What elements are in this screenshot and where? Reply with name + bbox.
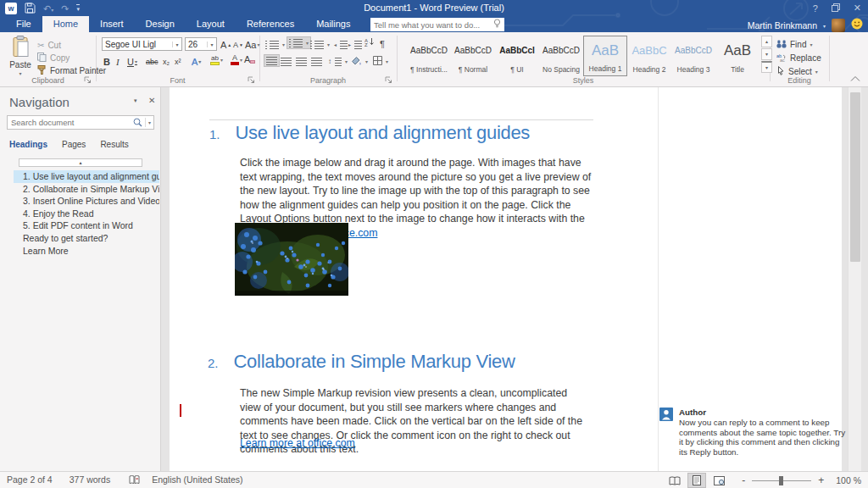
- zoom-out-button[interactable]: -: [742, 474, 745, 486]
- format-painter-button[interactable]: Format Painter: [37, 64, 106, 77]
- account-area[interactable]: Martin Brinkmann ▾: [748, 18, 863, 33]
- search-magnifier-icon[interactable]: [131, 115, 145, 130]
- nav-tab-pages[interactable]: Pages: [62, 140, 86, 149]
- page-indicator[interactable]: Page 2 of 4: [7, 474, 53, 485]
- styles-scroll-up-icon[interactable]: ▴: [761, 36, 772, 47]
- revision-change-bar[interactable]: [180, 404, 181, 417]
- font-family-combobox[interactable]: Segoe UI Ligl▾: [102, 37, 182, 51]
- subscript-button[interactable]: x₂: [163, 55, 170, 68]
- clear-formatting-button[interactable]: A: [244, 53, 250, 65]
- print-layout-button[interactable]: [687, 473, 706, 488]
- close-icon[interactable]: ✕: [854, 3, 861, 14]
- nav-heading-item[interactable]: 2. Collaborate in Simple Markup View: [14, 183, 159, 196]
- paragraph-dialog-launcher-icon[interactable]: [385, 76, 392, 84]
- document-page[interactable]: 1. Use live layout and alignment guides …: [170, 87, 842, 471]
- styles-more-icon[interactable]: ▾: [761, 61, 772, 73]
- superscript-button[interactable]: x²: [175, 55, 181, 68]
- tell-me-input[interactable]: [374, 20, 493, 30]
- nav-heading-item[interactable]: 5. Edit PDF content in Word: [14, 219, 159, 232]
- tab-design[interactable]: Design: [135, 16, 186, 32]
- comment-author-avatar[interactable]: [659, 408, 673, 424]
- navigation-options-caret-icon[interactable]: ▾: [134, 97, 137, 104]
- cut-button[interactable]: ✂ Cut: [37, 39, 61, 52]
- tell-me-box[interactable]: [370, 18, 504, 31]
- decrease-indent-button[interactable]: ◂: [334, 38, 348, 51]
- multilevel-list-button[interactable]: ▾: [310, 38, 330, 51]
- tab-file[interactable]: File: [5, 16, 42, 32]
- style-no-spacing[interactable]: AaBbCcD No Spacing: [539, 36, 583, 76]
- show-hide-marks-button[interactable]: ¶: [380, 37, 385, 50]
- nav-heading-item[interactable]: 4. Enjoy the Read: [14, 208, 159, 220]
- proofing-status-icon[interactable]: [129, 475, 140, 485]
- style-normal[interactable]: AaBbCcD ¶ Normal: [451, 36, 495, 76]
- language-indicator[interactable]: English (United States): [152, 474, 242, 485]
- change-case-button[interactable]: Aa▾: [245, 38, 259, 51]
- avatar[interactable]: [832, 19, 845, 32]
- zoom-level[interactable]: 100 %: [836, 475, 861, 485]
- headings-scroll-up-bar[interactable]: ▴: [19, 158, 142, 167]
- tab-insert[interactable]: Insert: [89, 16, 135, 32]
- flowers-image[interactable]: [235, 223, 348, 296]
- align-left-button[interactable]: [264, 54, 280, 67]
- tab-home[interactable]: Home: [42, 16, 89, 32]
- copy-button[interactable]: Copy: [37, 52, 70, 64]
- nav-tab-results[interactable]: Results: [100, 140, 128, 149]
- style-heading3[interactable]: AaBbCcD Heading 3: [671, 36, 715, 76]
- tab-references[interactable]: References: [236, 16, 305, 32]
- justify-button[interactable]: [311, 55, 322, 68]
- read-mode-button[interactable]: [665, 473, 684, 488]
- nav-tab-headings[interactable]: Headings: [9, 140, 47, 149]
- bullets-button[interactable]: ▾: [265, 38, 285, 51]
- section2-link[interactable]: Learn more at office.com: [240, 437, 355, 449]
- nav-heading-item[interactable]: Learn More: [14, 245, 159, 258]
- tab-mailings[interactable]: Mailings: [305, 16, 361, 32]
- font-dialog-launcher-icon[interactable]: [248, 76, 255, 84]
- replace-button[interactable]: abac Replace: [776, 52, 821, 64]
- nav-heading-item[interactable]: 1. Use live layout and alignment gui...: [14, 170, 159, 183]
- word-count[interactable]: 377 words: [70, 474, 110, 485]
- clipboard-dialog-launcher-icon[interactable]: [84, 76, 92, 84]
- navigation-close-icon[interactable]: ✕: [148, 96, 155, 105]
- vertical-scrollbar[interactable]: [848, 87, 861, 471]
- grow-font-button[interactable]: A▲: [220, 38, 231, 51]
- align-right-button[interactable]: [296, 55, 307, 68]
- style-heading1[interactable]: AaB Heading 1: [583, 36, 627, 76]
- underline-button[interactable]: U▾: [127, 55, 137, 68]
- style-ui[interactable]: AaBbCcI ¶ UI: [495, 36, 539, 76]
- document-search-box[interactable]: ▾: [7, 115, 154, 130]
- font-color-button[interactable]: A▾: [231, 53, 242, 66]
- font-family-caret-icon[interactable]: ▾: [172, 42, 181, 47]
- collapse-ribbon-icon[interactable]: [849, 75, 861, 84]
- bold-button[interactable]: B: [103, 55, 110, 68]
- style-heading2[interactable]: AaBbC Heading 2: [627, 36, 671, 76]
- align-center-button[interactable]: [281, 55, 292, 68]
- increase-indent-button[interactable]: ▸: [348, 38, 362, 51]
- search-options-caret-icon[interactable]: ▾: [145, 118, 153, 127]
- style-title[interactable]: AaB Title: [715, 36, 760, 76]
- shrink-font-button[interactable]: A▼: [233, 38, 243, 51]
- font-size-combobox[interactable]: 26▾: [185, 37, 217, 51]
- nav-heading-item[interactable]: 3. Insert Online Pictures and Video: [14, 195, 159, 208]
- restore-icon[interactable]: [832, 3, 840, 14]
- style-instruction[interactable]: AaBbCcD ¶ Instructi...: [407, 36, 451, 76]
- font-size-caret-icon[interactable]: ▾: [207, 42, 216, 47]
- paste-button[interactable]: Paste ▾: [7, 36, 34, 81]
- web-layout-button[interactable]: [709, 473, 728, 488]
- document-search-input[interactable]: [8, 118, 131, 127]
- tab-layout[interactable]: Layout: [186, 16, 236, 32]
- sort-button[interactable]: AZ: [364, 36, 375, 49]
- zoom-in-button[interactable]: +: [818, 474, 824, 486]
- borders-button[interactable]: ▾: [373, 55, 388, 68]
- numbering-button[interactable]: ▾: [287, 36, 311, 49]
- italic-button[interactable]: I: [116, 55, 120, 68]
- scrollbar-thumb[interactable]: [850, 92, 860, 262]
- account-name[interactable]: Martin Brinkmann: [748, 20, 817, 30]
- zoom-slider[interactable]: [752, 474, 811, 486]
- nav-heading-item[interactable]: Ready to get started?: [14, 232, 159, 245]
- text-effects-button[interactable]: A▾: [192, 55, 201, 68]
- highlight-color-button[interactable]: ab▾: [210, 53, 223, 66]
- shading-button[interactable]: ▾: [351, 55, 368, 68]
- zoom-slider-thumb[interactable]: [779, 476, 783, 485]
- smiley-feedback-icon[interactable]: [851, 18, 863, 33]
- styles-scroll-down-icon[interactable]: ▾: [761, 48, 772, 60]
